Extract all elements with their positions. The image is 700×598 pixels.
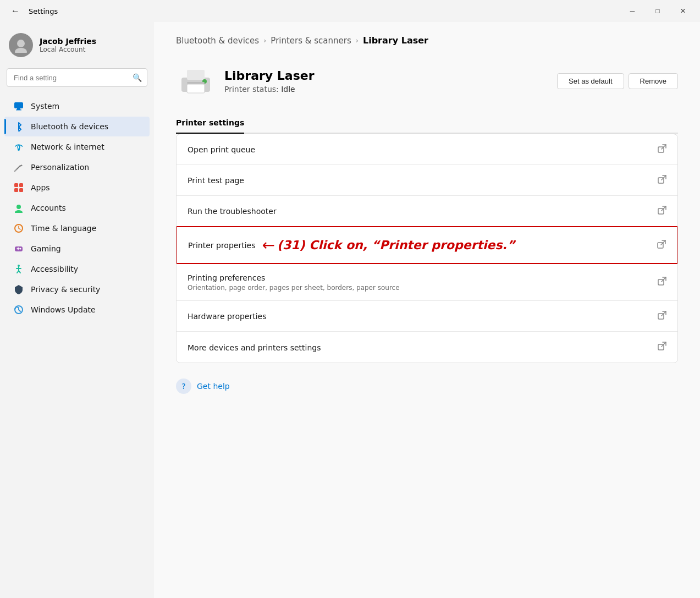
search-box: 🔍 bbox=[7, 68, 147, 87]
svg-rect-9 bbox=[14, 183, 18, 187]
sidebar-item-time[interactable]: Time & language bbox=[4, 218, 150, 238]
arrow-icon: ← bbox=[262, 236, 274, 254]
titlebar-left: ← Settings bbox=[9, 4, 58, 18]
nav-label-time: Time & language bbox=[31, 224, 96, 233]
app-body: Jacob Jeffries Local Account 🔍 SystemBlu… bbox=[0, 22, 700, 598]
settings-item-run-troubleshooter[interactable]: Run the troubleshooter bbox=[177, 196, 677, 227]
svg-rect-11 bbox=[14, 188, 18, 192]
nav-label-gaming: Gaming bbox=[31, 244, 61, 253]
sidebar-item-update[interactable]: Windows Update bbox=[4, 300, 150, 320]
nav-label-apps: Apps bbox=[31, 183, 50, 192]
printer-name: Library Laser bbox=[224, 69, 548, 83]
settings-item-printer-properties[interactable]: Printer properties←(31) Click on, “Print… bbox=[176, 226, 678, 264]
external-link-icon-hardware-properties bbox=[658, 311, 666, 322]
remove-button[interactable]: Remove bbox=[629, 73, 678, 89]
close-button[interactable]: ✕ bbox=[670, 2, 696, 20]
nav-icon-update bbox=[13, 304, 24, 315]
external-link-icon-print-test-page bbox=[658, 175, 666, 186]
settings-item-text-hardware-properties: Hardware properties bbox=[188, 311, 267, 321]
svg-point-1 bbox=[15, 48, 27, 53]
nav-label-update: Windows Update bbox=[31, 305, 96, 314]
settings-item-text-more-devices-printers: More devices and printers settings bbox=[188, 342, 321, 353]
svg-rect-2 bbox=[14, 102, 23, 108]
printer-status: Printer status: Idle bbox=[224, 85, 548, 94]
minimize-button[interactable]: ─ bbox=[620, 2, 645, 20]
settings-item-print-test-page[interactable]: Print test page bbox=[177, 165, 677, 196]
settings-item-label-printing-preferences: Printing preferences bbox=[188, 273, 265, 282]
sidebar-item-accounts[interactable]: Accounts bbox=[4, 198, 150, 218]
settings-item-more-devices-printers[interactable]: More devices and printers settings bbox=[177, 332, 677, 363]
nav-icon-apps bbox=[13, 182, 24, 193]
printer-status-value: Idle bbox=[281, 85, 295, 94]
search-icon: 🔍 bbox=[133, 73, 142, 82]
sidebar: Jacob Jeffries Local Account 🔍 SystemBlu… bbox=[0, 22, 154, 598]
tab-printer-settings[interactable]: Printer settings bbox=[176, 114, 244, 134]
breadcrumb-printers[interactable]: Printers & scanners bbox=[271, 36, 351, 46]
svg-point-13 bbox=[16, 205, 21, 209]
printer-info: Library Laser Printer status: Idle bbox=[224, 69, 548, 94]
nav-label-bluetooth: Bluetooth & devices bbox=[31, 122, 108, 131]
help-section[interactable]: ? Get help bbox=[176, 378, 678, 394]
annotation-arrow: ←(31) Click on, “Printer properties.” bbox=[262, 236, 515, 254]
settings-item-text-open-print-queue: Open print queue bbox=[188, 144, 255, 155]
avatar bbox=[9, 33, 33, 57]
nav-label-accounts: Accounts bbox=[31, 204, 66, 212]
maximize-button[interactable]: □ bbox=[645, 2, 670, 20]
settings-item-label-printer-properties: Printer properties bbox=[188, 241, 255, 250]
breadcrumb-sep-1: › bbox=[263, 36, 266, 45]
nav-icon-system bbox=[13, 101, 24, 112]
nav-icon-accounts bbox=[13, 202, 24, 213]
nav-icon-privacy bbox=[13, 284, 24, 295]
search-input[interactable] bbox=[7, 68, 147, 87]
nav-icon-personalization bbox=[13, 162, 24, 173]
settings-item-open-print-queue[interactable]: Open print queue bbox=[177, 134, 677, 165]
titlebar-title: Settings bbox=[29, 7, 58, 15]
settings-item-sub-printing-preferences: Orientation, page order, pages per sheet… bbox=[188, 284, 400, 292]
settings-item-label-hardware-properties: Hardware properties bbox=[188, 312, 267, 321]
help-icon: ? bbox=[176, 378, 191, 394]
set-default-button[interactable]: Set as default bbox=[557, 73, 624, 89]
user-section[interactable]: Jacob Jeffries Local Account bbox=[0, 26, 154, 68]
annotation-text: (31) Click on, “Printer properties.” bbox=[277, 238, 515, 252]
breadcrumb-current: Library Laser bbox=[363, 35, 428, 46]
svg-point-19 bbox=[20, 248, 21, 250]
svg-line-24 bbox=[19, 271, 20, 273]
main-content: Bluetooth & devices › Printers & scanner… bbox=[154, 22, 700, 598]
sidebar-item-privacy[interactable]: Privacy & security bbox=[4, 279, 150, 299]
svg-rect-10 bbox=[19, 183, 23, 187]
settings-item-printing-preferences[interactable]: Printing preferencesOrientation, page or… bbox=[177, 264, 677, 301]
user-info: Jacob Jeffries Local Account bbox=[40, 37, 96, 53]
printer-status-label: Printer status: bbox=[224, 85, 281, 94]
nav-label-system: System bbox=[31, 102, 59, 111]
settings-item-label-more-devices-printers: More devices and printers settings bbox=[188, 343, 321, 352]
sidebar-item-gaming[interactable]: Gaming bbox=[4, 239, 150, 259]
nav-icon-bluetooth bbox=[13, 121, 24, 132]
settings-item-label-run-troubleshooter: Run the troubleshooter bbox=[188, 207, 277, 216]
breadcrumb-bluetooth[interactable]: Bluetooth & devices bbox=[176, 36, 259, 46]
nav-icon-accessibility bbox=[13, 264, 24, 275]
external-link-icon-open-print-queue bbox=[658, 144, 666, 155]
printer-header: Library Laser Printer status: Idle Set a… bbox=[176, 61, 678, 101]
printer-svg-icon bbox=[177, 62, 214, 100]
titlebar: ← Settings ─ □ ✕ bbox=[0, 0, 700, 22]
sidebar-item-personalization[interactable]: Personalization bbox=[4, 157, 150, 177]
nav-label-network: Network & internet bbox=[31, 142, 104, 151]
svg-rect-30 bbox=[187, 82, 205, 84]
printer-properties-row: Printer properties←(31) Click on, “Print… bbox=[188, 236, 657, 254]
printer-icon-wrap bbox=[176, 61, 216, 101]
svg-rect-12 bbox=[19, 188, 23, 192]
sidebar-item-system[interactable]: System bbox=[4, 96, 150, 116]
sidebar-item-bluetooth[interactable]: Bluetooth & devices bbox=[4, 117, 150, 136]
nav-icon-gaming bbox=[13, 243, 24, 254]
sidebar-item-network[interactable]: Network & internet bbox=[4, 137, 150, 157]
back-button[interactable]: ← bbox=[9, 4, 22, 18]
breadcrumb: Bluetooth & devices › Printers & scanner… bbox=[176, 35, 678, 46]
sidebar-item-accessibility[interactable]: Accessibility bbox=[4, 259, 150, 279]
settings-item-text-printing-preferences: Printing preferencesOrientation, page or… bbox=[188, 272, 400, 292]
nav-label-privacy: Privacy & security bbox=[31, 285, 100, 294]
sidebar-item-apps[interactable]: Apps bbox=[4, 178, 150, 197]
settings-item-hardware-properties[interactable]: Hardware properties bbox=[177, 301, 677, 332]
nav-list: SystemBluetooth & devicesNetwork & inter… bbox=[0, 96, 154, 320]
tab-bar: Printer settings bbox=[176, 114, 678, 134]
svg-rect-4 bbox=[16, 109, 21, 111]
